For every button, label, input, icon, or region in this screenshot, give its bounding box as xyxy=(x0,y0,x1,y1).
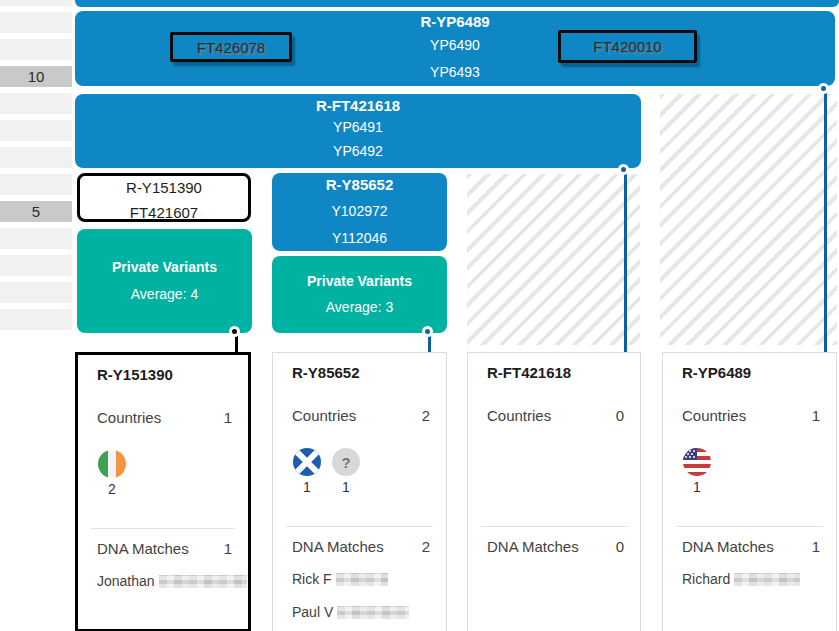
timescale-row xyxy=(0,147,72,168)
redacted-surname xyxy=(336,573,388,586)
timescale-row xyxy=(0,282,72,303)
flag-item: 1 xyxy=(682,448,712,495)
timescale-row xyxy=(0,174,72,195)
timescale-row xyxy=(0,0,72,6)
dna-matches-label: DNA Matches xyxy=(97,540,189,557)
connector-line-yp6489 xyxy=(824,86,827,352)
private-variants-average: Average: 4 xyxy=(77,286,252,303)
card-divider xyxy=(481,526,627,527)
match-name: Rick F xyxy=(292,570,436,588)
haplogroup-card-r-y85652[interactable]: R-Y85652 Countries 2 1 ? 1 xyxy=(272,352,447,631)
dna-matches-row: DNA Matches 2 xyxy=(292,538,430,555)
timescale-row xyxy=(0,120,72,141)
dna-matches-row: DNA Matches 1 xyxy=(682,538,820,555)
block-title: R-YP6489 xyxy=(75,13,835,30)
hatched-region xyxy=(467,174,640,345)
variant-label: YP6493 xyxy=(75,64,835,81)
match-name: Jonathan xyxy=(97,572,238,590)
match-first-name: Richard xyxy=(682,571,730,587)
connector-dot-ft421618 xyxy=(618,164,629,175)
redacted-surname xyxy=(159,575,247,588)
countries-count: 1 xyxy=(224,409,232,426)
variant-label: Y112046 xyxy=(272,230,447,247)
flag-count: 1 xyxy=(342,479,350,495)
variant-label: Y102972 xyxy=(272,203,447,220)
private-variants-average: Average: 3 xyxy=(272,299,447,316)
timescale-label-10: 10 xyxy=(0,66,72,87)
parent-block-partial[interactable] xyxy=(75,0,839,7)
scotland-flag-icon xyxy=(293,448,321,476)
card-title: R-FT421618 xyxy=(487,364,626,381)
countries-row: Countries 1 xyxy=(97,409,232,426)
countries-label: Countries xyxy=(487,407,551,424)
dna-matches-row: DNA Matches 1 xyxy=(97,540,232,557)
flag-item: 1 xyxy=(292,448,322,495)
countries-label: Countries xyxy=(292,407,356,424)
redacted-surname xyxy=(734,573,800,586)
flags-row: 1 ? 1 xyxy=(292,448,361,495)
dna-matches-label: DNA Matches xyxy=(292,538,384,555)
haplogroup-card-r-ft421618[interactable]: R-FT421618 Countries 0 DNA Matches 0 xyxy=(467,352,641,631)
timescale-row xyxy=(0,39,72,60)
redacted-surname xyxy=(337,606,409,619)
match-name: Paul V xyxy=(292,603,436,621)
card-divider xyxy=(91,528,235,529)
connector-dot-y85652 xyxy=(422,326,433,337)
timescale-row xyxy=(0,255,72,276)
timescale-row xyxy=(0,93,72,114)
dna-matches-row: DNA Matches 0 xyxy=(487,538,624,555)
match-first-name: Jonathan xyxy=(97,573,155,589)
variant-chip-ft426078[interactable]: FT426078 xyxy=(170,32,292,62)
countries-count: 2 xyxy=(422,407,430,424)
connector-line-ft421618 xyxy=(624,168,627,352)
countries-row: Countries 0 xyxy=(487,407,624,424)
countries-row: Countries 2 xyxy=(292,407,430,424)
card-title: R-Y151390 xyxy=(97,366,234,383)
haplogroup-block-r-ft421618[interactable]: R-FT421618 YP6491 YP6492 xyxy=(75,94,641,168)
card-divider xyxy=(286,526,433,527)
dna-matches-count: 2 xyxy=(422,538,430,555)
match-first-name: Rick F xyxy=(292,571,332,587)
ireland-flag-icon xyxy=(98,450,126,478)
connector-dot-yp6489 xyxy=(818,83,829,94)
private-variants-label: Private Variants xyxy=(272,273,447,290)
block-title: R-Y85652 xyxy=(272,176,447,193)
match-name: Richard xyxy=(682,570,826,588)
haplogroup-card-r-y151390[interactable]: R-Y151390 Countries 1 2 DNA Matches xyxy=(75,352,251,631)
timescale-row-10: 10 xyxy=(0,66,72,87)
dna-matches-count: 1 xyxy=(224,540,232,557)
haplogroup-block-r-y151390-selected[interactable]: R-Y151390 FT421607 xyxy=(77,173,251,222)
variant-chip-ft420010[interactable]: FT420010 xyxy=(558,30,697,63)
block-title: R-FT421618 xyxy=(75,97,641,114)
timescale-label-5: 5 xyxy=(0,201,72,222)
variant-label: YP6491 xyxy=(75,119,641,136)
private-variants-block-y151390[interactable]: Private Variants Average: 4 xyxy=(77,229,252,333)
haplogroup-block-r-y85652[interactable]: R-Y85652 Y102972 Y112046 xyxy=(272,173,447,251)
block-title: R-Y151390 xyxy=(80,179,248,196)
card-title: R-Y85652 xyxy=(292,364,432,381)
haplogroup-block-r-yp6489[interactable]: R-YP6489 YP6490 YP6493 FT426078 FT420010 xyxy=(75,11,835,86)
unknown-country-icon: ? xyxy=(332,448,360,476)
dna-matches-count: 1 xyxy=(812,538,820,555)
connector-dot-y151390 xyxy=(229,326,240,337)
variant-label: FT421607 xyxy=(80,204,248,221)
countries-label: Countries xyxy=(97,409,161,426)
dna-matches-label: DNA Matches xyxy=(682,538,774,555)
match-names: Jonathan xyxy=(97,572,238,605)
match-first-name: Paul V xyxy=(292,604,333,620)
timescale-row xyxy=(0,12,72,33)
flags-row: 1 xyxy=(682,448,712,495)
flag-count: 1 xyxy=(693,479,701,495)
match-names: Richard xyxy=(682,570,826,603)
private-variants-label: Private Variants xyxy=(77,259,252,276)
variant-label: YP6492 xyxy=(75,143,641,160)
card-title: R-YP6489 xyxy=(682,364,822,381)
flag-item: ? 1 xyxy=(331,448,361,495)
private-variants-block-y85652[interactable]: Private Variants Average: 3 xyxy=(272,256,447,333)
flags-row: 2 xyxy=(97,450,127,497)
dna-matches-count: 0 xyxy=(616,538,624,555)
haplogroup-card-r-yp6489[interactable]: R-YP6489 Countries 1 xyxy=(662,352,837,631)
timescale-row xyxy=(0,228,72,249)
card-divider xyxy=(676,526,823,527)
match-names: Rick F Paul V xyxy=(292,570,436,631)
